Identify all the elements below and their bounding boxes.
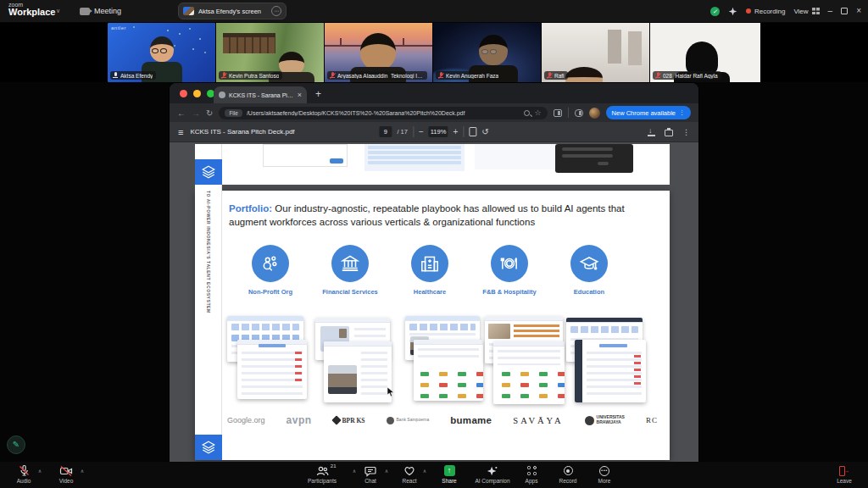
zoom-level-icon[interactable] xyxy=(524,110,530,116)
layers-icon xyxy=(195,159,222,185)
bprks-diamond-icon xyxy=(331,415,341,424)
layers-icon xyxy=(195,435,222,460)
fit-to-page-icon[interactable] xyxy=(469,127,476,136)
zoom-workplace-logo: zoom Workplace xyxy=(8,2,55,17)
shared-screen-banner[interactable]: Aktsa Efendy's screen ⋯ xyxy=(178,3,287,19)
new-chrome-available-button[interactable]: New Chrome available ⋮ xyxy=(606,106,691,119)
chrome-menu-dots-icon[interactable]: ⋮ xyxy=(679,109,685,116)
forward-button[interactable]: → xyxy=(192,108,200,118)
zoom-titlebar: zoom Workplace ∨ Meeting Aktsa Efendy's … xyxy=(0,0,868,22)
view-button[interactable]: View xyxy=(793,8,819,15)
browser-toolbar: ← → ↻ File /Users/aktsaefendy/Desktop/KC… xyxy=(170,103,698,122)
security-shield-icon[interactable]: ✓ xyxy=(710,7,720,16)
mac-window-controls[interactable] xyxy=(180,90,214,97)
mic-muted-icon xyxy=(547,72,552,79)
address-bar[interactable]: File /Users/aktsaefendy/Desktop/KCKS%20I… xyxy=(219,107,547,119)
video-button[interactable]: Video xyxy=(39,464,93,484)
pdf-viewer-toolbar: ≡ KCKS ITS - Sarana Pitch Deck.pdf 9 / 1… xyxy=(170,122,698,142)
participant-name-badge: Rafi xyxy=(544,71,568,80)
sampoerna-emblem-icon xyxy=(387,417,394,424)
side-panel-icon[interactable] xyxy=(554,109,562,117)
hospital-icon xyxy=(411,245,448,282)
mac-close-icon[interactable] xyxy=(180,90,187,97)
file-scheme-chip: File xyxy=(225,109,242,117)
screen-thumbnail-icon xyxy=(183,7,194,15)
extensions-icon[interactable] xyxy=(575,109,583,117)
glasses xyxy=(481,49,497,54)
leave-button[interactable]: Leave xyxy=(817,464,868,484)
video-tile-rafi[interactable]: Rafi xyxy=(542,23,649,82)
recording-indicator[interactable]: Recording xyxy=(746,8,785,15)
maximize-button[interactable] xyxy=(841,8,848,14)
mac-minimize-icon[interactable] xyxy=(193,90,201,97)
zoom-out-button[interactable]: − xyxy=(419,128,424,136)
toolbar-divider xyxy=(568,108,569,118)
logo-rc: RC xyxy=(646,416,658,424)
logo-bumame: bumame xyxy=(450,415,492,425)
download-icon[interactable] xyxy=(648,128,655,136)
app-screenshot xyxy=(493,341,565,404)
ai-sparkle-icon[interactable] xyxy=(728,7,737,16)
video-options-chevron[interactable]: ∧ xyxy=(81,468,84,474)
share-options-icon[interactable]: ⋯ xyxy=(271,6,281,16)
slide-title-highlight: Portfolio: xyxy=(229,203,272,214)
bookmark-star-icon[interactable]: ☆ xyxy=(534,109,541,117)
tab-close-icon[interactable]: × xyxy=(298,91,302,99)
participant-name-badge: Aktsa Efendy xyxy=(110,71,156,80)
pdf-more-icon[interactable]: ⋮ xyxy=(682,128,690,136)
print-icon[interactable] xyxy=(665,130,673,136)
category-fnb: F&B & Hospitality xyxy=(470,245,548,296)
url-text: /Users/aktsaefendy/Desktop/KCKS%20ITS%20… xyxy=(247,110,520,116)
category-healthcare: Healthcare xyxy=(391,245,469,296)
room-backdrop xyxy=(608,30,621,64)
chat-ui-fragment xyxy=(555,144,633,173)
participants-button[interactable]: 21 Participants xyxy=(295,464,349,484)
profile-avatar[interactable] xyxy=(589,108,600,119)
pdf-zoom-level[interactable]: 119% xyxy=(429,126,448,137)
view-label: View xyxy=(793,8,808,15)
participant-name-badge: Aryasatya Alaauddin_Teknologi Info... xyxy=(327,71,427,80)
reload-button[interactable]: ↻ xyxy=(206,108,213,118)
video-tile-haidar[interactable]: 028_Haidar Rafi Aqyla xyxy=(650,23,760,82)
close-button[interactable]: × xyxy=(856,7,861,15)
logo-avpn: avpn xyxy=(287,414,312,426)
pdf-menu-icon[interactable]: ≡ xyxy=(178,127,183,137)
constellation-backdrop xyxy=(167,30,169,31)
mic-muted-icon xyxy=(438,72,443,79)
mic-muted-icon xyxy=(655,72,660,79)
recording-dot-icon xyxy=(746,8,751,14)
meeting-tab-label: Meeting xyxy=(94,7,121,15)
tab-meeting[interactable]: Meeting xyxy=(75,3,126,19)
mic-muted-icon xyxy=(221,72,226,79)
video-tile-kevin-p[interactable]: Kevin Putra Santoso xyxy=(216,23,324,82)
annotation-button[interactable]: ✎ xyxy=(7,435,25,454)
screenshot-fragment xyxy=(364,144,465,171)
more-icon: ••• xyxy=(599,466,609,476)
app-screenshot xyxy=(575,340,646,402)
browser-tab-pdf[interactable]: KCKS ITS - Sarana Pitch Dec × xyxy=(214,86,307,103)
slide-page-9: Portfolio: Our industry-agnostic, repeat… xyxy=(195,191,670,460)
pdf-page-area[interactable]: TO AI-POWER INDONESIA'S TALENT ECOSYSTEM… xyxy=(170,142,698,462)
video-tile-aryasatya[interactable]: Aryasatya Alaauddin_Teknologi Info... xyxy=(325,23,432,82)
rotate-icon[interactable]: ↺ xyxy=(481,127,488,136)
person-silhouette xyxy=(686,42,718,75)
video-tile-aktsa[interactable]: antler Aktsa Efendy xyxy=(108,23,215,82)
slide-partial-top xyxy=(195,144,670,185)
zoom-in-button[interactable]: + xyxy=(453,128,458,136)
mouse-cursor xyxy=(387,387,395,397)
ai-sparkle-icon xyxy=(487,465,498,477)
brand-chevron-icon[interactable]: ∨ xyxy=(56,8,60,14)
participant-name-badge: Kevin Anugerah Faza xyxy=(436,71,502,80)
minimize-button[interactable]: – xyxy=(828,7,833,15)
video-gallery-strip: antler Aktsa Efendy Kevin Putra Santoso xyxy=(0,23,868,82)
brand-workplace: Workplace xyxy=(8,8,55,17)
meeting-camera-icon xyxy=(80,8,90,15)
tab-title: KCKS ITS - Sarana Pitch Dec xyxy=(229,92,294,98)
virtual-bg-watermark: antler xyxy=(111,25,126,30)
apps-icon xyxy=(527,466,537,475)
pdf-page-input[interactable]: 9 xyxy=(379,126,392,137)
video-tile-kevin-a[interactable]: Kevin Anugerah Faza xyxy=(433,23,541,82)
new-tab-button[interactable]: + xyxy=(315,88,321,100)
back-button[interactable]: ← xyxy=(177,108,186,118)
more-button[interactable]: ••• More xyxy=(577,464,632,484)
